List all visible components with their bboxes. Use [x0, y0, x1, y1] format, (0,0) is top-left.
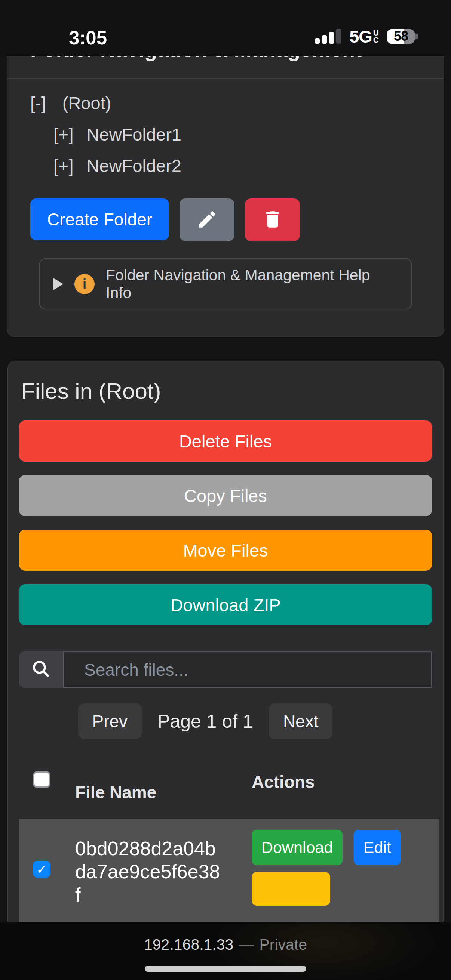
signal-bar: [329, 32, 334, 44]
file-name-cell: 0bd0288d2a04bda7ae9ce5f6e38f: [75, 819, 222, 931]
status-icons: 5G U C 58: [315, 28, 418, 45]
trash-icon: [262, 208, 284, 231]
edit-file-button[interactable]: Edit: [354, 830, 401, 865]
files-card-title: Files in (Root): [21, 378, 432, 404]
cellular-signal-icon: [315, 29, 341, 44]
table-row: ✓ 0bd0288d2a04bda7ae9ce5f6e38f Download …: [19, 819, 440, 931]
delete-folder-button[interactable]: [245, 199, 300, 241]
tree-expand-toggle[interactable]: [+]: [54, 156, 74, 176]
download-file-button[interactable]: Download: [252, 830, 343, 865]
battery-body: 58: [387, 29, 415, 44]
tree-item-newfolder2[interactable]: [+] NewFolder2: [54, 155, 421, 176]
clock: 3:05: [56, 27, 120, 49]
tree-folder-label[interactable]: NewFolder1: [87, 124, 182, 145]
info-icon: i: [75, 274, 95, 294]
help-disclosure[interactable]: i Folder Navigation & Management Help In…: [39, 258, 412, 309]
row-checkbox-checked[interactable]: ✓: [33, 861, 51, 878]
help-label: Folder Navigation & Management Help Info: [106, 266, 397, 302]
network-sub-bottom: C: [373, 36, 379, 43]
address-bar[interactable]: 192.168.1.33 — Private: [0, 936, 451, 953]
tree-folder-label[interactable]: NewFolder2: [87, 156, 182, 176]
tree-folder-label[interactable]: (Root): [62, 93, 112, 113]
folder-card-body: [-] (Root) [+] NewFolder1 [+] NewFolder2…: [7, 79, 444, 336]
tree-collapse-toggle[interactable]: [-]: [30, 93, 46, 113]
search-icon-addon: [19, 651, 63, 688]
network-label: 5G: [349, 26, 372, 47]
folder-navigation-card: Folder Navigation & Management [-] (Root…: [7, 21, 444, 337]
pencil-icon: [196, 208, 218, 231]
partial-action-button[interactable]: [252, 872, 330, 905]
battery-percent: 58: [387, 29, 415, 44]
signal-bar-empty: [336, 29, 341, 44]
tree-item-newfolder1[interactable]: [+] NewFolder1: [54, 124, 421, 145]
network-uc-suffix: U C: [373, 29, 379, 44]
network-type-indicator: 5G U C: [349, 26, 379, 47]
download-zip-button[interactable]: Download ZIP: [19, 584, 432, 625]
iphone-screen: 3:05 5G U C 58: [0, 0, 451, 980]
page-indicator: Page 1 of 1: [158, 711, 253, 732]
move-files-button[interactable]: Move Files: [19, 530, 432, 571]
rename-folder-button[interactable]: [180, 199, 234, 241]
home-indicator[interactable]: [145, 966, 306, 972]
file-name-column-header: File Name: [75, 771, 252, 802]
address-host: 192.168.1.33: [144, 936, 233, 953]
search-icon: [31, 659, 52, 681]
prev-page-button[interactable]: Prev: [78, 703, 142, 739]
disclosure-triangle-icon: [54, 278, 63, 290]
tree-item-root[interactable]: [-] (Root): [30, 92, 421, 113]
files-table: File Name Actions ✓ 0bd0288d2a04bda7ae9c…: [19, 771, 440, 931]
search-files-input[interactable]: [63, 651, 432, 688]
battery-cap: [416, 33, 418, 39]
battery-icon: 58: [387, 29, 418, 44]
row-actions-cell: Download Edit: [252, 819, 440, 931]
file-search-group: [19, 651, 432, 688]
signal-bar: [315, 38, 320, 44]
next-page-button[interactable]: Next: [269, 703, 333, 739]
pagination: Prev Page 1 of 1 Next: [0, 703, 412, 739]
create-folder-button[interactable]: Create Folder: [30, 199, 169, 240]
copy-files-button[interactable]: Copy Files: [19, 475, 432, 516]
private-badge: Private: [259, 936, 307, 953]
actions-column-header: Actions: [252, 771, 440, 802]
tree-expand-toggle[interactable]: [+]: [54, 124, 74, 145]
files-table-header: File Name Actions: [19, 771, 440, 802]
safari-bottom-bar: 192.168.1.33 — Private: [0, 923, 451, 980]
status-bar: 3:05 5G U C 58: [0, 0, 451, 56]
select-all-checkbox[interactable]: [33, 771, 51, 788]
folder-actions-row: Create Folder: [30, 199, 421, 241]
files-card: Files in (Root) Delete Files Copy Files …: [8, 361, 443, 980]
address-separator: —: [239, 936, 254, 953]
signal-bar: [322, 35, 327, 44]
delete-files-button[interactable]: Delete Files: [19, 420, 432, 461]
